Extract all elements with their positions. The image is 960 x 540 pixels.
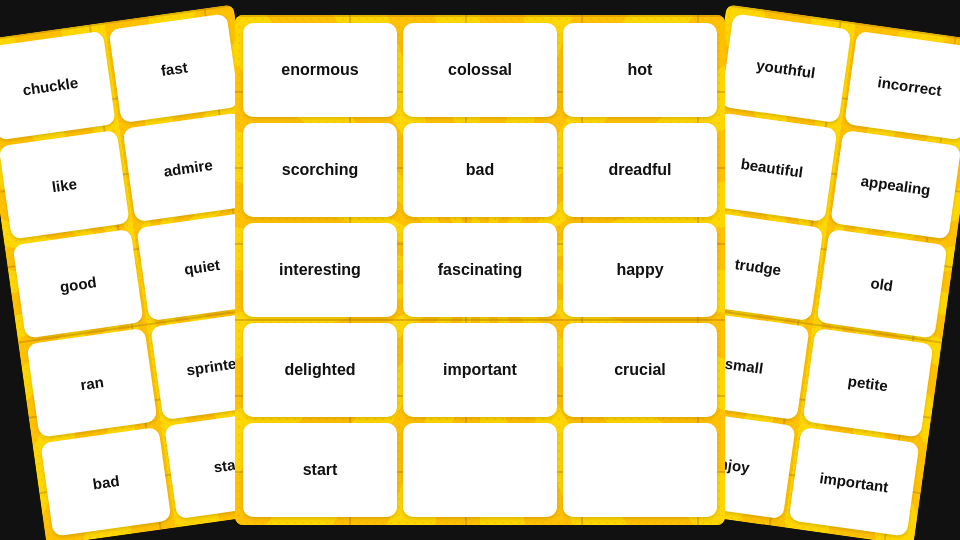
word-card: bad — [40, 427, 171, 537]
word-card: start — [243, 423, 397, 517]
word-card: hot — [563, 23, 717, 117]
word-card: delighted — [243, 323, 397, 417]
word-card: old — [816, 229, 947, 339]
word-card: enormous — [243, 23, 397, 117]
word-card: ran — [27, 328, 158, 438]
word-card: colossal — [403, 23, 557, 117]
word-card: beautiful — [707, 112, 838, 222]
word-card: chuckle — [0, 31, 116, 141]
word-card: bad — [403, 123, 557, 217]
sheet-center: enormouscolossalhotscorchingbaddreadfuli… — [235, 15, 725, 525]
word-card — [563, 423, 717, 517]
cards-grid-center: enormouscolossalhotscorchingbaddreadfuli… — [235, 15, 725, 525]
word-card: crucial — [563, 323, 717, 417]
word-card: interesting — [243, 223, 397, 317]
word-card: incorrect — [844, 31, 960, 141]
word-card — [403, 423, 557, 517]
word-card: appealing — [830, 130, 960, 240]
word-card: dreadful — [563, 123, 717, 217]
word-card: petite — [803, 328, 934, 438]
word-card: fascinating — [403, 223, 557, 317]
word-card: important — [403, 323, 557, 417]
word-card: important — [789, 427, 920, 537]
word-card: like — [0, 130, 130, 240]
word-card: scorching — [243, 123, 397, 217]
word-card: happy — [563, 223, 717, 317]
word-card: good — [13, 229, 144, 339]
word-card: fast — [109, 13, 240, 123]
word-card: admire — [123, 112, 254, 222]
word-card: youthful — [720, 13, 851, 123]
